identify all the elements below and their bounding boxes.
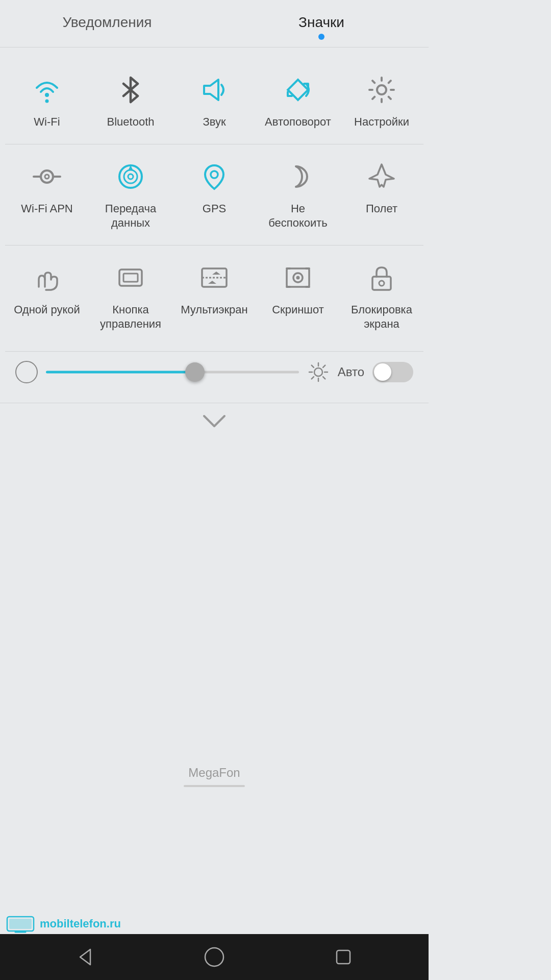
- screenshot-label: Скриншот: [272, 303, 324, 317]
- brightness-row: Авто: [5, 351, 423, 393]
- quick-settings-panel: Wi-Fi Bluetooth Звук: [0, 47, 429, 403]
- one-hand-toggle[interactable]: Одной рукой: [5, 251, 89, 341]
- autorotate-icon: [280, 72, 316, 108]
- watermark-text: mobiltelefon.ru: [40, 917, 121, 930]
- flight-icon: [364, 159, 399, 194]
- data-transfer-label: Передача данных: [93, 202, 168, 231]
- brightness-track: [46, 371, 299, 373]
- tab-active-indicator: [318, 34, 324, 40]
- brightness-sun-icon: [307, 361, 330, 383]
- auto-label: Авто: [338, 365, 364, 379]
- svg-point-3: [377, 85, 386, 94]
- dnd-label: Не беспокоить: [260, 202, 336, 231]
- sound-toggle[interactable]: Звук: [172, 63, 256, 139]
- multiscreen-label: Мультиэкран: [181, 303, 248, 317]
- wifi-apn-icon: [29, 159, 65, 194]
- auto-brightness-toggle[interactable]: [372, 362, 413, 382]
- svg-marker-21: [80, 949, 90, 965]
- svg-point-5: [45, 175, 49, 179]
- screen-lock-toggle[interactable]: Блокировка экрана: [340, 251, 423, 341]
- autorotate-label: Автоповорот: [265, 115, 331, 130]
- nav-button-toggle[interactable]: Кнопка управления: [89, 251, 172, 341]
- gps-icon: [196, 159, 232, 194]
- svg-rect-20: [9, 919, 32, 929]
- brightness-thumb[interactable]: [185, 362, 205, 382]
- one-hand-label: Одной рукой: [14, 303, 80, 317]
- chevron-row[interactable]: [0, 403, 429, 439]
- svg-rect-11: [123, 274, 138, 282]
- sound-label: Звук: [203, 115, 226, 130]
- icons-row-2: Wi-Fi APN Передача данных GP: [5, 144, 423, 246]
- svg-point-15: [296, 276, 300, 279]
- icons-row-1: Wi-Fi Bluetooth Звук: [5, 58, 423, 144]
- one-hand-icon: [29, 260, 65, 296]
- empty-content-area: [0, 439, 429, 755]
- gps-toggle[interactable]: GPS: [172, 150, 256, 240]
- icons-row-3: Одной рукой Кнопка управления: [5, 246, 423, 346]
- svg-rect-23: [337, 950, 350, 964]
- carrier-indicator: [184, 785, 245, 787]
- screen-lock-icon: [364, 260, 399, 296]
- screenshot-icon: [280, 260, 316, 296]
- data-transfer-toggle[interactable]: Передача данных: [89, 150, 172, 240]
- wifi-label: Wi-Fi: [34, 115, 60, 130]
- multiscreen-toggle[interactable]: Мультиэкран: [172, 251, 256, 341]
- flight-toggle[interactable]: Полет: [340, 150, 423, 240]
- nav-bar: [0, 934, 429, 980]
- flight-label: Полет: [366, 202, 397, 216]
- sound-icon: [196, 72, 232, 108]
- svg-point-8: [128, 174, 133, 179]
- data-transfer-icon: [113, 159, 148, 194]
- wifi-icon: [29, 72, 65, 108]
- bluetooth-icon: [113, 72, 148, 108]
- multiscreen-icon: [196, 260, 232, 296]
- svg-point-4: [41, 170, 53, 183]
- top-tabs: Уведомления Значки: [0, 0, 429, 47]
- watermark-area: mobiltelefon.ru: [5, 914, 121, 934]
- wifi-apn-label: Wi-Fi APN: [21, 202, 72, 216]
- svg-point-18: [314, 368, 322, 376]
- bluetooth-label: Bluetooth: [107, 115, 155, 130]
- dnd-toggle[interactable]: Не беспокоить: [256, 150, 340, 240]
- screenshot-toggle[interactable]: Скриншот: [256, 251, 340, 341]
- settings-label: Настройки: [354, 115, 409, 130]
- dnd-icon: [280, 159, 316, 194]
- autorotate-toggle[interactable]: Автоповорот: [256, 63, 340, 139]
- nav-button-icon: [113, 260, 148, 296]
- carrier-area: MegaFon: [0, 755, 429, 797]
- wifi-toggle[interactable]: Wi-Fi: [5, 63, 89, 139]
- carrier-name: MegaFon: [188, 766, 240, 780]
- svg-marker-1: [204, 80, 218, 100]
- svg-point-17: [379, 281, 384, 286]
- nav-home-button[interactable]: [202, 944, 227, 970]
- svg-point-0: [45, 100, 49, 103]
- bluetooth-toggle[interactable]: Bluetooth: [89, 63, 172, 139]
- expand-chevron-icon: [202, 413, 227, 429]
- svg-point-22: [205, 948, 223, 966]
- nav-button-label: Кнопка управления: [93, 303, 168, 332]
- watermark-logo-icon: [5, 914, 36, 934]
- screen-lock-label: Блокировка экрана: [344, 303, 419, 332]
- tab-notifications[interactable]: Уведомления: [0, 5, 214, 47]
- svg-rect-16: [372, 277, 391, 290]
- nav-recent-button[interactable]: [331, 944, 356, 970]
- toggle-thumb: [374, 363, 391, 381]
- brightness-min-icon: [15, 361, 38, 383]
- svg-point-9: [211, 171, 218, 178]
- nav-back-button[interactable]: [72, 944, 98, 970]
- wifi-apn-toggle[interactable]: Wi-Fi APN: [5, 150, 89, 240]
- tab-badges[interactable]: Значки: [214, 5, 429, 47]
- settings-icon: [364, 72, 399, 108]
- svg-point-7: [124, 170, 137, 183]
- brightness-slider[interactable]: [46, 371, 299, 374]
- settings-shortcut[interactable]: Настройки: [340, 63, 423, 139]
- gps-label: GPS: [203, 202, 226, 216]
